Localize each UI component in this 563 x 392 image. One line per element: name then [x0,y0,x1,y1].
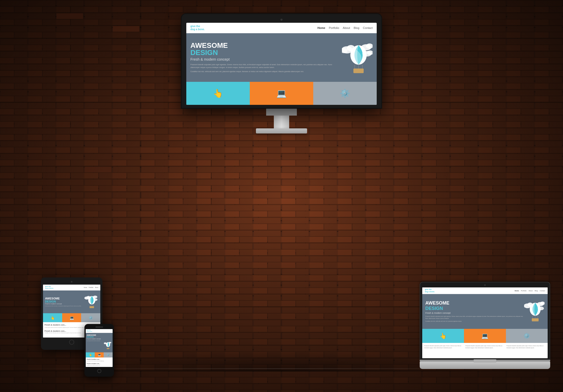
nav-home[interactable]: Home [317,26,325,29]
laptop-col1-text: Praesent blandit vulputate partic eget. … [424,345,463,349]
phone-content-body: Lorem ipsum dolor sit amet consectetur a… [87,361,112,362]
nav-portfolio[interactable]: Portfolio [329,26,339,29]
monitor-camera [280,19,283,21]
tablet-nav: give thedog a bone. Home Portfolio About [43,285,100,290]
tablet-nav-portfolio: Portfolio [89,287,93,288]
tablet-tile-laptop: 💻 [62,313,81,322]
svg-rect-51 [532,318,539,321]
monitor-stand-top [266,108,297,116]
hero-subtitle-monitor: Fresh & modern concept [190,57,342,61]
tablet-hero-body: Lorem ipsum dolor sit amet, consectetur … [45,305,84,307]
laptop-hero-subtitle: Fresh & modern concept [425,312,524,314]
laptop-features: 👆 💻 ⚙️ [422,329,548,343]
laptop-touch-icon: 👆 [440,333,447,339]
site-hero-text-monitor: AWESOME DESIGN Fresh & modern concept Pr… [190,42,342,73]
laptop-col2-text: Praesent blandit vulputate partic eget. … [465,345,505,349]
monitor-stand [182,108,381,133]
laptop-nav-contact: Contact [540,290,545,292]
laptop-base [420,362,550,369]
laptop-nav: give thedog a bone. Home Portfolio About… [422,287,548,294]
site-logo-monitor: give the dog a bone. [190,25,205,31]
tablet-camera [71,281,72,283]
monitor-device: give the dog a bone. Home Portfolio Abou… [182,14,381,133]
laptop-col1: Praesent blandit vulputate partic eget. … [424,345,463,356]
hero-title-design-monitor: DESIGN [190,49,342,56]
laptop-camera [484,284,486,286]
phone-hero-design: DESIGN [87,336,112,338]
gear-icon-monitor: ⚙️ [340,88,350,98]
phone-balloon [104,340,112,351]
laptop-hero: AWESOME DESIGN Fresh & modern concept Pr… [422,294,548,329]
phone-tile-orange: 💻 [95,352,104,357]
nav-contact[interactable]: Contact [363,26,373,29]
tablet-gear-icon: ⚙️ [89,316,93,320]
site-nav-links-monitor: Home Portfolio About Blog Contact [317,26,373,29]
tablet-hero-text: AWESOME DESIGN Fresh & modern concept Lo… [45,297,84,307]
tablet-tile-gear: ⚙️ [81,313,100,322]
hero-balloon-monitor [342,38,373,77]
laptop-trackpad [473,359,496,362]
feature-tile-laptop-monitor: 💻 [250,82,313,105]
phone-content: Fresh & modern con... Lorem ipsum dolor … [86,357,113,367]
laptop-hero-design: DESIGN [425,306,524,311]
phone-content-title: Fresh & modern con... [87,359,112,360]
phone-hero-content: Lorem ipsum dolor sit amet consectetur. [87,340,112,351]
tablet-nav-home: Home [84,287,87,288]
feature-tile-touch-monitor: 👆 [186,82,250,105]
phone-hero-subtitle: Fresh & modern concept [87,338,112,340]
laptop-laptop-icon: 💻 [481,333,488,339]
tablet-tile-touch: 👆 [43,313,62,322]
svg-rect-37 [90,306,94,308]
laptop-device: give thedog a bone. Home Portfolio About… [420,282,550,369]
touch-icon-monitor: 👆 [213,88,223,98]
laptop-hero-awesome: AWESOME [425,300,524,306]
tablet-touch-icon: 👆 [50,316,55,320]
phone-home-button[interactable] [97,369,101,373]
phone-hero: AWESOME DESIGN Fresh & modern concept Lo… [86,333,113,352]
tablet-home-button[interactable] [69,340,74,345]
tablet-hero-awesome: AWESOME [45,297,84,300]
laptop-base-wrapper [420,362,550,369]
tablet-laptop-icon: 💻 [70,316,74,320]
laptop-nav-home: Home [515,290,519,292]
tablet-balloon [84,293,98,311]
laptop-gear-icon: ⚙️ [523,333,530,339]
phone-features: 👆 💻 ⚙️ [86,352,113,357]
phone-tile-blue: 👆 [86,352,95,357]
laptop-hero-body2: Curabitur dui nisi, vehicula sed sem vel… [425,320,524,322]
phone-content-body2: Curabitur dui nisi vehicula sed sem vel. [87,365,112,366]
phone-tile-gray: ⚙️ [104,352,113,357]
svg-point-52 [538,307,544,310]
laptop-tile-touch: 👆 [422,329,464,343]
phone-body: give thedog a bone. AWESOME DESIGN Fresh… [84,324,114,377]
laptop-logo: give thedog a bone. [425,288,435,293]
monitor-screen-border: give the dog a bone. Home Portfolio Abou… [182,14,381,108]
tablet-hero-design: DESIGN [45,300,84,303]
laptop-col3-text: Praesent blandit vulputate partic eget. … [506,345,546,349]
svg-point-38 [93,298,98,301]
hero-body-text-monitor: Praesent blandit vulputate justo eget eg… [190,63,342,69]
phone-device: give thedog a bone. AWESOME DESIGN Fresh… [84,324,114,377]
laptop-nav-blog: Blog [535,290,538,292]
phone-touch-icon: 👆 [89,353,92,356]
site-features-monitor: 👆 💻 ⚙️ [186,82,377,105]
laptop-icon-monitor: 💻 [276,88,287,98]
laptop-tile-gear: ⚙️ [506,329,548,343]
phone-gear-icon: ⚙️ [107,353,110,356]
laptop-hero-text: AWESOME DESIGN Fresh & modern concept Pr… [425,300,524,322]
phone-laptop-icon: 💻 [98,353,101,356]
laptop-nav-portfolio: Portfolio [521,290,527,292]
nav-blog[interactable]: Blog [354,26,359,29]
tablet-features: 👆 💻 ⚙️ [43,313,100,322]
svg-rect-27 [353,69,364,73]
phone-content-title2: Fresh & modern con... [87,363,112,364]
monitor-screen: give the dog a bone. Home Portfolio Abou… [186,23,377,105]
laptop-screen: give thedog a bone. Home Portfolio About… [422,287,548,358]
laptop-col2: Praesent blandit vulputate partic eget. … [465,345,505,356]
laptop-bottom-content: Praesent blandit vulputate partic eget. … [422,343,548,358]
nav-about[interactable]: About [343,26,350,29]
site-nav-monitor: give the dog a bone. Home Portfolio Abou… [186,23,377,33]
phone-hero-text: Lorem ipsum dolor sit amet consectetur. [87,340,104,341]
hero-title-awesome-monitor: AWESOME [190,42,342,49]
hero-body-text2-monitor: Curabitur dui nisi, vehicula sed sem vel… [190,70,342,73]
